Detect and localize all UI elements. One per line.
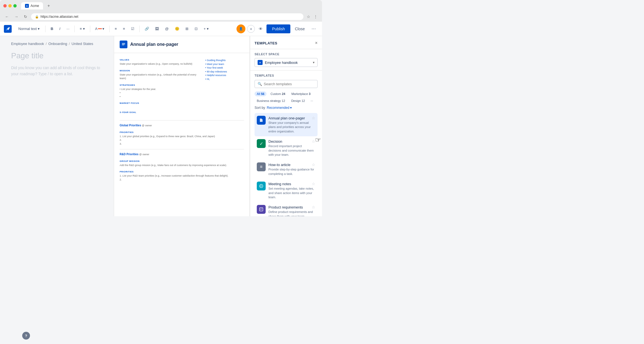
strategy-item-3: • bbox=[120, 95, 200, 99]
template-name-meeting: Meeting notes bbox=[268, 182, 291, 186]
star-icon-product-req[interactable]: ☆ bbox=[312, 205, 315, 209]
category-business-strategy[interactable]: Business strategy 12 bbox=[255, 99, 287, 103]
space-name: Employee handbook bbox=[265, 61, 311, 65]
template-title-howto: How-to article ☆ bbox=[268, 162, 315, 167]
toolbar-divider-2 bbox=[74, 26, 75, 32]
template-name-howto: How-to article bbox=[268, 163, 290, 167]
template-item-meeting[interactable]: Meeting notes ☆ Set meeting agendas, tak… bbox=[255, 179, 318, 202]
editor-hint: Did you know you can add all kinds of co… bbox=[11, 65, 103, 77]
more-options-button[interactable]: ⋮ bbox=[313, 13, 319, 20]
sort-row: Sort by Recommended ▾ bbox=[255, 106, 318, 110]
filter-tab-marketplace[interactable]: Marketplace 3 bbox=[289, 91, 313, 96]
templates-section: TEMPLATES 🔍 All 56 Custom 24 Marketplace bbox=[250, 71, 322, 216]
breadcrumb-employee-handbook[interactable]: Employee handbook bbox=[11, 42, 44, 46]
filter-tabs: All 56 Custom 24 Marketplace 3 bbox=[255, 91, 318, 96]
close-panel-button[interactable]: × bbox=[315, 41, 318, 46]
template-name-annual-plan: Annual plan one-pager bbox=[268, 116, 305, 120]
toolbar-divider-1 bbox=[45, 26, 46, 32]
back-button[interactable]: ← bbox=[3, 13, 11, 20]
values-text: State your organization's values (e.g., … bbox=[120, 62, 200, 66]
space-selector: SELECT SPACE A Employee handbook ▾ bbox=[250, 49, 322, 71]
publish-button[interactable]: Publish bbox=[266, 24, 290, 33]
text-style-chevron: ▾ bbox=[38, 27, 40, 31]
add-collaborator-button[interactable]: + bbox=[247, 25, 255, 33]
mission-label: MISSION bbox=[120, 69, 200, 72]
close-button[interactable]: Close bbox=[292, 25, 308, 33]
image-button[interactable]: 🖼 bbox=[153, 25, 161, 32]
star-icon-annual-plan[interactable]: ☆ bbox=[312, 116, 315, 120]
template-item-annual-plan[interactable]: Annual plan one-pager ☆ Share your compa… bbox=[255, 113, 318, 136]
alignment-button[interactable]: ≡ ▾ bbox=[77, 25, 87, 32]
text-style-dropdown[interactable]: Normal text ▾ bbox=[16, 25, 42, 32]
mention-button[interactable]: @ bbox=[163, 25, 171, 32]
emoji-button[interactable]: 🙂 bbox=[173, 25, 182, 32]
rd-priority-2: 2. bbox=[120, 178, 244, 182]
confluence-logo[interactable] bbox=[4, 25, 12, 33]
insert-more-button[interactable]: + ▾ bbox=[202, 25, 211, 32]
toolbar-more-button[interactable]: ⋯ bbox=[309, 25, 318, 32]
star-icon-howto[interactable]: ☆ bbox=[312, 162, 315, 167]
market-focus-label: MARKET FOCUS bbox=[120, 102, 200, 104]
category-design[interactable]: Design 12 bbox=[289, 99, 307, 103]
text-color-button[interactable]: A ▾ bbox=[93, 25, 107, 32]
checklist-button[interactable]: ☑ bbox=[129, 25, 137, 32]
minimize-window-button[interactable] bbox=[8, 4, 12, 7]
template-item-product-req[interactable]: Product requirements ☆ Define product re… bbox=[255, 202, 318, 216]
mission-text: State your organization's mission (e.g.,… bbox=[120, 73, 200, 81]
template-item-decision[interactable]: ✓ Decision ☆ Record important project de… bbox=[255, 136, 318, 160]
toolbar-divider-4 bbox=[109, 26, 110, 32]
sidebar-guiding-thoughts: • Guiding thoughts bbox=[205, 59, 244, 62]
bold-button[interactable]: B bbox=[48, 25, 55, 32]
global-priorities-heading: Global Priorities bbox=[120, 124, 141, 127]
italic-button[interactable]: I bbox=[57, 25, 63, 32]
address-bar[interactable]: 🔒 https://acme.atlassian.net bbox=[31, 13, 303, 20]
sidebar-90-day: • 90-day milestones bbox=[205, 70, 244, 74]
toolbar-divider-3 bbox=[90, 26, 90, 32]
browser-window: A Acme + ← → ↻ 🔒 https://acme.atlassian.… bbox=[0, 0, 322, 22]
strategies-label: STRATEGIES bbox=[120, 84, 200, 86]
template-desc-howto: Provide step-by-step guidance for comple… bbox=[268, 167, 315, 176]
template-icon-meeting bbox=[257, 182, 266, 190]
space-dropdown[interactable]: A Employee handbook ▾ bbox=[255, 58, 318, 67]
breadcrumb-onboarding[interactable]: Onboarding bbox=[48, 42, 67, 46]
preview-title: Annual plan one-pager bbox=[130, 42, 178, 47]
table-button[interactable]: ⊞ bbox=[183, 25, 191, 32]
confluence-toolbar: Normal text ▾ B I ··· ≡ ▾ A ▾ ≡ ≡ ☑ 🔗 🖼 … bbox=[0, 22, 322, 36]
text-style-label: Normal text bbox=[18, 27, 37, 31]
maximize-window-button[interactable] bbox=[13, 4, 17, 7]
sort-dropdown[interactable]: Recommended ▾ bbox=[267, 106, 292, 110]
bookmark-button[interactable]: ☆ bbox=[306, 13, 311, 20]
svg-rect-1 bbox=[121, 42, 126, 47]
template-item-howto[interactable]: ≡ How-to article ☆ Provide step-by-step … bbox=[255, 160, 318, 179]
editor-area[interactable]: Employee handbook / Onboarding / United … bbox=[0, 36, 114, 216]
watch-button[interactable]: 👁 bbox=[256, 26, 265, 32]
star-icon-meeting[interactable]: ☆ bbox=[312, 182, 315, 186]
refresh-button[interactable]: ↻ bbox=[22, 13, 29, 20]
filter-tab-custom[interactable]: Custom 24 bbox=[268, 91, 287, 96]
forward-button[interactable]: → bbox=[13, 13, 20, 20]
template-desc-decision: Record important project decisions and c… bbox=[268, 144, 315, 157]
toolbar-divider-5 bbox=[139, 26, 140, 32]
avatar-initials: 👤 bbox=[239, 27, 243, 31]
strategy-item-1: • List your strategies for the year. bbox=[120, 87, 200, 91]
global-priorities-owner: @ owner bbox=[142, 124, 152, 127]
sidebar-meet-team: • Meet your team bbox=[205, 62, 244, 66]
new-tab-button[interactable]: + bbox=[45, 3, 52, 9]
sidebar-first-week: • Your first week bbox=[205, 66, 244, 70]
search-input[interactable] bbox=[264, 82, 315, 86]
more-categories-button[interactable]: ··· bbox=[309, 99, 315, 103]
breadcrumb-united-states[interactable]: United States bbox=[72, 42, 93, 46]
page-title-input[interactable]: Page title bbox=[11, 51, 103, 60]
layout-button[interactable]: ⊡ bbox=[192, 25, 200, 32]
more-formatting-button[interactable]: ··· bbox=[64, 25, 72, 32]
filter-tab-all[interactable]: All 56 bbox=[255, 91, 266, 96]
template-content-howto: How-to article ☆ Provide step-by-step gu… bbox=[268, 162, 315, 176]
star-icon-decision[interactable]: ☆ bbox=[312, 139, 315, 144]
unordered-list-button[interactable]: ≡ bbox=[112, 25, 119, 32]
ordered-list-button[interactable]: ≡ bbox=[121, 25, 127, 32]
browser-tab[interactable]: A Acme bbox=[21, 2, 43, 9]
preview-body: VALUES State your organization's values … bbox=[114, 53, 250, 190]
close-window-button[interactable] bbox=[3, 4, 7, 7]
rd-priority-1: 1. List your R&D team priorities (e.g., … bbox=[120, 174, 244, 178]
link-button[interactable]: 🔗 bbox=[142, 25, 151, 32]
